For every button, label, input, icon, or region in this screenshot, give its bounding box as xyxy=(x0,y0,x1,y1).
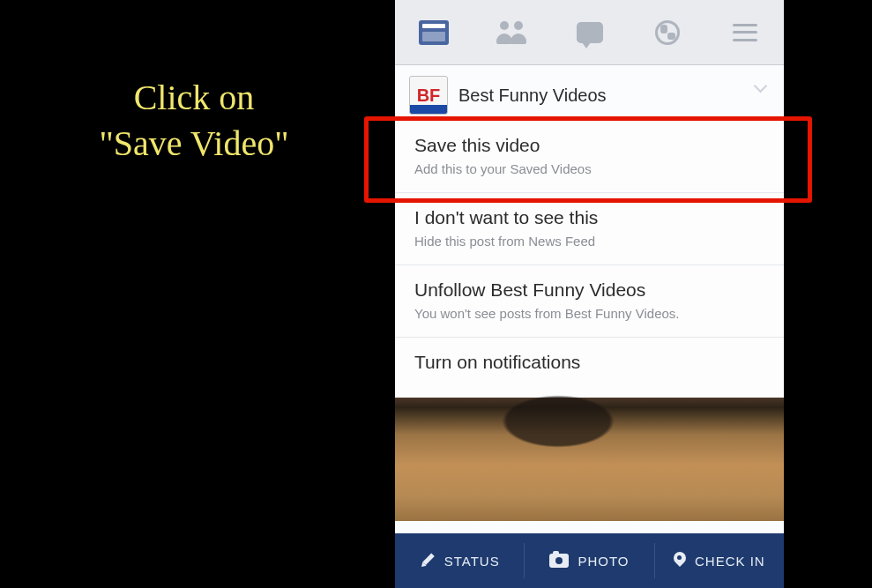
tab-menu[interactable] xyxy=(706,0,784,64)
photo-label: PHOTO xyxy=(578,554,629,569)
page-avatar[interactable]: BF xyxy=(409,76,448,115)
checkin-button[interactable]: CHECK IN xyxy=(655,543,784,578)
checkin-label: CHECK IN xyxy=(695,554,765,569)
globe-icon xyxy=(655,20,680,45)
menu-item-dont-want[interactable]: I don't want to see this Hide this post … xyxy=(395,192,784,264)
page-name[interactable]: Best Funny Videos xyxy=(458,86,607,106)
instruction-line1: Click on xyxy=(40,75,348,121)
menu-title: I don't want to see this xyxy=(414,207,764,228)
menu-item-unfollow[interactable]: Unfollow Best Funny Videos You won't see… xyxy=(395,264,784,337)
tab-notifications[interactable] xyxy=(629,0,706,64)
pencil-icon xyxy=(416,549,438,571)
post-options-menu: Save this video Add this to your Saved V… xyxy=(395,120,784,398)
status-button[interactable]: STATUS xyxy=(395,543,525,578)
video-thumbnail[interactable] xyxy=(395,398,784,521)
menu-item-save-video[interactable]: Save this video Add this to your Saved V… xyxy=(395,120,784,192)
phone-screen: BF Best Funny Videos Save this video Add… xyxy=(395,0,784,588)
messages-icon xyxy=(577,22,603,43)
menu-item-turn-on-notifications[interactable]: Turn on notifications xyxy=(395,337,784,398)
bottom-action-bar: STATUS PHOTO CHECK IN xyxy=(395,533,784,588)
top-nav-bar xyxy=(395,0,784,65)
chevron-down-icon[interactable] xyxy=(756,81,768,88)
menu-title: Save this video xyxy=(414,135,764,156)
avatar-text: BF xyxy=(417,86,441,106)
post-header: BF Best Funny Videos xyxy=(395,65,784,120)
pin-icon xyxy=(674,552,686,569)
newsfeed-icon xyxy=(419,20,449,45)
menu-title: Turn on notifications xyxy=(414,352,764,373)
tab-messages[interactable] xyxy=(550,0,628,64)
tab-friend-requests[interactable] xyxy=(473,0,550,64)
menu-sub: You won't see posts from Best Funny Vide… xyxy=(414,306,764,321)
friends-icon xyxy=(495,21,528,44)
menu-sub: Hide this post from News Feed xyxy=(414,234,764,249)
menu-title: Unfollow Best Funny Videos xyxy=(414,279,764,301)
hamburger-icon xyxy=(733,24,757,41)
camera-icon xyxy=(549,554,569,568)
menu-sub: Add this to your Saved Videos xyxy=(414,161,764,176)
instruction-line2: "Save Video" xyxy=(40,121,348,167)
status-label: STATUS xyxy=(444,554,500,569)
instruction-text: Click on "Save Video" xyxy=(40,75,348,167)
photo-button[interactable]: PHOTO xyxy=(525,543,654,578)
tab-newsfeed[interactable] xyxy=(395,0,473,64)
